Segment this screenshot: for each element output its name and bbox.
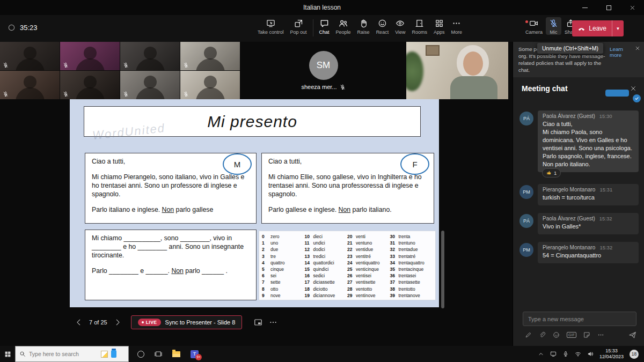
people-button[interactable]: People bbox=[333, 17, 354, 35]
banner-close-icon[interactable] bbox=[635, 46, 640, 51]
windows-taskbar: T 9+ 15:33 12/04/2023 18 bbox=[0, 346, 644, 362]
number-entry: 39trentanove bbox=[390, 292, 433, 299]
leave-menu-caret[interactable]: ▼ bbox=[612, 20, 624, 36]
participant-video-tile[interactable] bbox=[120, 71, 180, 99]
slide-paragraph: Mi chiamo __________, sono ________, viv… bbox=[92, 234, 250, 260]
pop-out-button[interactable]: Pop out bbox=[287, 17, 310, 35]
previous-slide-button[interactable] bbox=[75, 319, 83, 326]
taskbar-apps: T 9+ bbox=[137, 350, 199, 358]
teacher-video-tile[interactable] bbox=[406, 42, 508, 99]
participant-video-tile[interactable] bbox=[120, 42, 180, 70]
number-entry: 34trentaquattro bbox=[390, 260, 433, 266]
person-silhouette bbox=[24, 47, 36, 60]
search-highlight-app-icon[interactable] bbox=[111, 350, 116, 358]
task-view-icon[interactable] bbox=[155, 350, 162, 358]
compose-more-icon[interactable] bbox=[597, 331, 604, 338]
spotlight-participant[interactable]: SM sheeza mer... bbox=[244, 42, 402, 99]
number-entry: 27ventisette bbox=[347, 279, 390, 285]
presentation-slide: Mi presento Ciao a tutti,Mi chiamo Piera… bbox=[70, 99, 439, 307]
taskbar-search[interactable] bbox=[15, 346, 129, 362]
close-button[interactable] bbox=[620, 0, 644, 15]
start-button[interactable] bbox=[0, 346, 15, 362]
mic-button[interactable]: Mic bbox=[546, 17, 561, 35]
number-entry: 29ventinove bbox=[347, 292, 390, 299]
maximize-button[interactable] bbox=[597, 0, 620, 15]
participant-video-strip bbox=[0, 42, 240, 99]
chat-message[interactable]: PM Pierangelo Montanaro 15:32 54 = Cinqu… bbox=[519, 242, 639, 263]
search-input[interactable] bbox=[29, 351, 98, 357]
participant-video-tile[interactable] bbox=[0, 71, 60, 99]
leave-button[interactable]: Leave bbox=[572, 25, 612, 33]
number-entry: 38trentotto bbox=[390, 286, 433, 292]
cortana-icon[interactable] bbox=[137, 351, 144, 358]
thumbs-up-reaction[interactable]: 1 bbox=[542, 168, 561, 178]
number-entry: 5cinque bbox=[262, 266, 305, 272]
raise-hand-button[interactable]: Raise bbox=[354, 17, 373, 35]
gender-badge-m: M bbox=[223, 153, 252, 175]
taskbar-clock[interactable]: 15:33 12/04/2023 bbox=[599, 348, 624, 360]
chat-close-icon[interactable] bbox=[630, 85, 636, 92]
emoji-icon[interactable] bbox=[553, 331, 560, 338]
plant-decoration bbox=[406, 51, 423, 91]
number-entry: 9nove bbox=[262, 292, 305, 299]
chat-message[interactable]: PM Pierangelo Montanaro 15:31 turkish = … bbox=[519, 184, 639, 205]
participant-video-tile[interactable] bbox=[0, 42, 60, 70]
tray-display-icon[interactable] bbox=[550, 351, 557, 357]
mic-off-icon bbox=[340, 84, 346, 90]
camera-button[interactable]: Camera bbox=[522, 17, 546, 35]
slide-scrollbar[interactable] bbox=[441, 231, 444, 308]
participant-video-tile[interactable] bbox=[60, 42, 120, 70]
person-face bbox=[463, 51, 483, 76]
minimize-button[interactable] bbox=[573, 0, 597, 15]
chat-button[interactable]: Chat bbox=[316, 17, 333, 35]
view-button[interactable]: View bbox=[392, 17, 408, 35]
participant-video-tile[interactable] bbox=[180, 42, 240, 70]
number-entry: 15quindici bbox=[305, 266, 348, 272]
pop-out-slide-icon[interactable] bbox=[254, 318, 262, 327]
chat-message[interactable]: PÁ Paola Álvarez (Guest) 15:30 Ciao a tu… bbox=[519, 110, 639, 172]
number-entry: 28ventotto bbox=[347, 286, 390, 292]
slide-more-options-button[interactable] bbox=[269, 318, 277, 327]
slide-paragraph: Mi chiamo Ellie, sono gallese, vivo in I… bbox=[268, 173, 427, 199]
slide-page-indicator: 7 of 25 bbox=[89, 319, 107, 326]
take-control-button[interactable]: Take control bbox=[254, 17, 287, 35]
more-button[interactable]: More bbox=[448, 17, 466, 35]
sticker-icon[interactable] bbox=[583, 331, 590, 338]
number-entry: 6sei bbox=[262, 272, 305, 279]
tray-wifi-icon[interactable] bbox=[575, 351, 581, 357]
tray-expand-caret-icon[interactable] bbox=[538, 351, 544, 357]
number-entry: 3tre bbox=[262, 253, 305, 260]
participant-video-tile[interactable] bbox=[180, 71, 240, 99]
system-tray: 15:33 12/04/2023 18 bbox=[538, 348, 644, 360]
format-icon[interactable] bbox=[525, 331, 532, 338]
mic-off-icon bbox=[3, 62, 9, 68]
avatar: PÁ bbox=[519, 214, 533, 228]
message-actions-indicator[interactable] bbox=[605, 90, 629, 97]
number-entry: 7sette bbox=[262, 279, 305, 285]
file-explorer-icon[interactable] bbox=[172, 351, 180, 357]
read-receipt-icon bbox=[633, 94, 641, 102]
react-button[interactable]: React bbox=[373, 17, 392, 35]
search-highlight-notes-icon[interactable] bbox=[101, 351, 108, 358]
message-input[interactable] bbox=[523, 312, 636, 326]
sync-to-presenter-button[interactable]: LIVE Sync to Presenter - Slide 8 bbox=[131, 315, 243, 329]
gif-icon[interactable]: GIF bbox=[567, 332, 576, 338]
learn-more-link[interactable]: Learn more bbox=[610, 46, 627, 74]
notification-center-badge[interactable]: 18 bbox=[630, 350, 639, 359]
number-entry: 4quattro bbox=[262, 260, 305, 266]
thumbs-up-icon bbox=[546, 170, 552, 175]
participant-video-tile[interactable] bbox=[60, 71, 120, 99]
teams-app-icon[interactable]: T 9+ bbox=[191, 350, 199, 358]
tray-volume-icon[interactable] bbox=[587, 351, 594, 357]
apps-button[interactable]: Apps bbox=[430, 17, 448, 35]
attach-icon[interactable] bbox=[539, 331, 546, 338]
rooms-button[interactable]: Rooms bbox=[409, 17, 431, 35]
meeting-stage: SM sheeza mer... Mi presento Ciao a tutt… bbox=[0, 42, 513, 346]
next-slide-button[interactable] bbox=[114, 319, 121, 326]
tray-mic-icon[interactable] bbox=[562, 351, 569, 357]
person-body bbox=[450, 76, 497, 99]
hang-up-phone-icon bbox=[577, 25, 586, 33]
chat-message[interactable]: PÁ Paola Álvarez (Guest) 15:32 Vivo in G… bbox=[519, 213, 639, 234]
send-icon[interactable] bbox=[628, 331, 636, 339]
mic-off-icon bbox=[63, 62, 69, 68]
